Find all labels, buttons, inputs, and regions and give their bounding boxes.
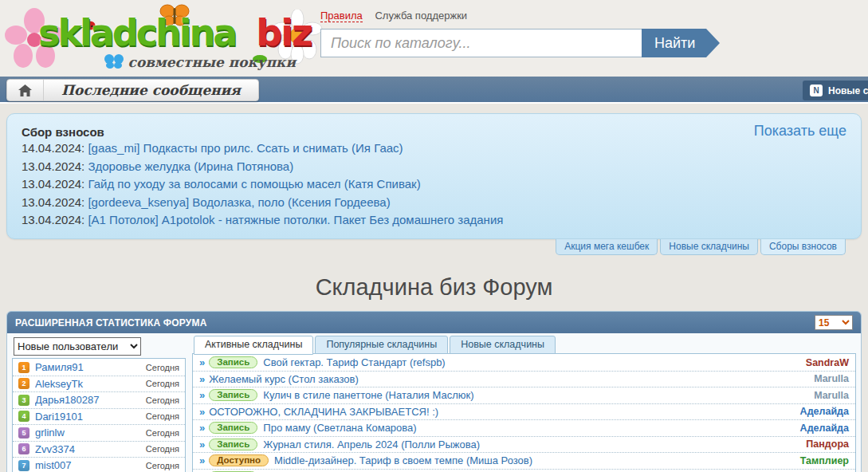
chevron-right-icon: » bbox=[199, 389, 203, 401]
topic-row: » Запись Кулич в стиле панеттоне (Натали… bbox=[193, 387, 855, 404]
topic-link[interactable]: Про маму (Светлана Комарова) bbox=[263, 422, 794, 434]
fees-item: 13.04.2024: Здоровье желудка (Ирина Потя… bbox=[22, 158, 846, 176]
latest-posts-tab[interactable]: Последние сообщения bbox=[6, 79, 259, 101]
fees-item-link[interactable]: [А1 Потолок] A1potolok - натяжные потолк… bbox=[88, 213, 503, 226]
topic-link[interactable]: Свой гектар. Тариф Стандарт (refspb) bbox=[263, 356, 799, 368]
search-input[interactable] bbox=[320, 29, 642, 57]
topic-author: Аделайда bbox=[800, 406, 849, 417]
user-joined-label: Сегодня bbox=[146, 379, 179, 388]
logo-text: skladchinabiz bbox=[38, 11, 312, 54]
topic-author: Пандора bbox=[806, 439, 849, 450]
new-messages-icon: N bbox=[810, 85, 823, 96]
chevron-right-icon: » bbox=[199, 422, 203, 434]
user-link[interactable]: grlinlw bbox=[35, 427, 146, 439]
rules-link[interactable]: Правила bbox=[320, 10, 363, 22]
new-users-list: 1 Рамиля91 Сегодня 2 AlekseyTk Сегодня 3… bbox=[12, 358, 186, 472]
user-row: 6 Zvv3374 Сегодня bbox=[13, 442, 185, 458]
blue-butterfly-icon bbox=[104, 53, 124, 70]
topic-row: » ОСТОРОЖНО, СКЛАДЧИНА ЗАКРЫВАЕТСЯ! :) А… bbox=[193, 404, 855, 421]
fees-tab[interactable]: Акция мега кешбек bbox=[556, 239, 658, 255]
chevron-right-icon: » bbox=[199, 454, 203, 466]
topics-tab[interactable]: Активные складчины bbox=[194, 336, 313, 355]
user-joined-label: Сегодня bbox=[146, 444, 179, 454]
topic-status-badge: Запись bbox=[209, 439, 257, 450]
fees-item-date: 13.04.2024: bbox=[22, 195, 84, 209]
topic-row: » Запись [lana_pro_eto] Терапия.. Тело в… bbox=[193, 470, 855, 472]
topic-author: Marulla bbox=[814, 390, 849, 401]
user-rank-badge: 1 bbox=[18, 362, 29, 373]
topic-link[interactable]: Кулич в стиле панеттоне (Наталия Маслюк) bbox=[263, 389, 808, 401]
search-bar: Найти bbox=[320, 29, 706, 57]
users-filter-select[interactable]: Новые пользователи bbox=[14, 337, 141, 356]
user-row: 4 Dari19101 Сегодня bbox=[13, 409, 185, 426]
topics-tabs: Активные складчины Популярные складчины … bbox=[194, 336, 856, 354]
user-joined-label: Сегодня bbox=[146, 461, 179, 470]
user-link[interactable]: Zvv3374 bbox=[35, 443, 146, 455]
user-row: 1 Рамиля91 Сегодня bbox=[13, 360, 185, 376]
user-link[interactable]: mist007 bbox=[35, 459, 146, 471]
topic-link[interactable]: Желаемый курс (Стол заказов) bbox=[209, 373, 808, 385]
site-logo[interactable]: skladchinabiz совместные покупки bbox=[8, 3, 307, 73]
logo-main-text: skladchina bbox=[38, 11, 235, 54]
show-more-link[interactable]: Показать еще bbox=[754, 123, 846, 140]
home-icon[interactable] bbox=[7, 80, 44, 100]
chevron-right-icon: » bbox=[199, 356, 203, 368]
support-link[interactable]: Служба поддержки bbox=[375, 10, 467, 22]
topics-column: Активные складчины Популярные складчины … bbox=[192, 336, 856, 472]
topics-list: » Запись Свой гектар. Тариф Стандарт (re… bbox=[192, 353, 856, 472]
topic-row: » Запись Свой гектар. Тариф Стандарт (re… bbox=[193, 355, 855, 372]
fees-item-link[interactable]: [gaas_mi] Подкасты про рилс. Ссать и сни… bbox=[88, 141, 403, 155]
fees-tabs: Акция мега кешбек Новые складчины Сборы … bbox=[553, 239, 846, 255]
fees-item: 13.04.2024: [gordeeva_ksenya] Водолазка,… bbox=[22, 194, 846, 212]
new-messages-label: Новые сообщения bbox=[828, 85, 868, 96]
topics-tab[interactable]: Популярные складчины bbox=[315, 336, 448, 354]
user-row: 5 grlinlw Сегодня bbox=[13, 425, 185, 442]
page-size-select[interactable]: 15 bbox=[815, 315, 853, 330]
topic-link[interactable]: Журнал стиля. Апрель 2024 (Полли Рыжова) bbox=[263, 439, 800, 450]
user-link[interactable]: Дарья180287 bbox=[35, 394, 146, 406]
site-header: skladchinabiz совместные покупки Правила… bbox=[0, 0, 868, 77]
header-links: Правила Служба поддержки bbox=[320, 10, 467, 22]
fees-item-date: 14.04.2024: bbox=[22, 141, 84, 155]
user-row: 7 mist007 Сегодня bbox=[13, 458, 185, 472]
topic-author: Аделайда bbox=[800, 423, 849, 434]
topic-row: » Доступно Middle-дизайнер. Тариф в свое… bbox=[193, 453, 855, 470]
topics-tab[interactable]: Новые складчины bbox=[450, 336, 556, 354]
topic-status-badge: Запись bbox=[209, 356, 257, 368]
fees-tab[interactable]: Сборы взносов bbox=[760, 239, 846, 255]
user-row: 3 Дарья180287 Сегодня bbox=[13, 392, 185, 409]
fees-list: 14.04.2024: [gaas_mi] Подкасты про рилс.… bbox=[22, 140, 846, 230]
user-link[interactable]: Dari19101 bbox=[35, 411, 146, 423]
topic-status-badge: Запись bbox=[209, 422, 257, 434]
fees-item-link[interactable]: Здоровье желудка (Ирина Потянова) bbox=[88, 159, 293, 173]
fees-title: Сбор взносов bbox=[22, 123, 104, 139]
topic-link[interactable]: Middle-дизайнер. Тариф в своем темпе (Ми… bbox=[274, 454, 795, 466]
user-rank-badge: 2 bbox=[18, 378, 29, 389]
logo-tagline: совместные покупки bbox=[128, 54, 296, 70]
chevron-right-icon: » bbox=[199, 373, 203, 385]
new-messages-button[interactable]: N Новые сообщения bbox=[803, 81, 868, 100]
user-row: 2 AlekseyTk Сегодня bbox=[13, 376, 185, 393]
topic-status-badge: Доступно bbox=[209, 454, 269, 466]
user-link[interactable]: Рамиля91 bbox=[35, 361, 146, 373]
main-navbar: Последние сообщения N Новые сообщения bbox=[0, 77, 868, 104]
search-button[interactable]: Найти bbox=[642, 29, 706, 57]
fees-item-date: 13.04.2024: bbox=[22, 159, 84, 173]
topic-author: Тамплиер bbox=[800, 455, 849, 466]
topic-status-badge: Запись bbox=[209, 389, 257, 401]
fees-item-link[interactable]: Гайд по уходу за волосами с помощью масе… bbox=[88, 177, 420, 191]
topic-link[interactable]: ОСТОРОЖНО, СКЛАДЧИНА ЗАКРЫВАЕТСЯ! :) bbox=[209, 406, 794, 418]
topic-row: » Запись Журнал стиля. Апрель 2024 (Полл… bbox=[193, 437, 855, 454]
stats-title: РАСШИРЕННАЯ СТАТИСТИКА ФОРУМА bbox=[15, 317, 207, 328]
logo-suffix-text: biz bbox=[256, 11, 311, 54]
user-joined-label: Сегодня bbox=[146, 411, 179, 421]
fees-item-date: 13.04.2024: bbox=[22, 177, 84, 191]
user-rank-badge: 4 bbox=[18, 411, 29, 422]
fees-item-link[interactable]: [gordeeva_ksenya] Водолазка, поло (Ксени… bbox=[88, 195, 390, 209]
topic-row: » Запись Про маму (Светлана Комарова) Ад… bbox=[193, 420, 855, 437]
fees-tab[interactable]: Новые складчины bbox=[660, 239, 758, 255]
topic-author: Marulla bbox=[814, 373, 849, 384]
user-link[interactable]: AlekseyTk bbox=[35, 378, 146, 390]
latest-posts-label: Последние сообщения bbox=[44, 82, 258, 98]
fees-item: 13.04.2024: Гайд по уходу за волосами с … bbox=[22, 175, 846, 194]
